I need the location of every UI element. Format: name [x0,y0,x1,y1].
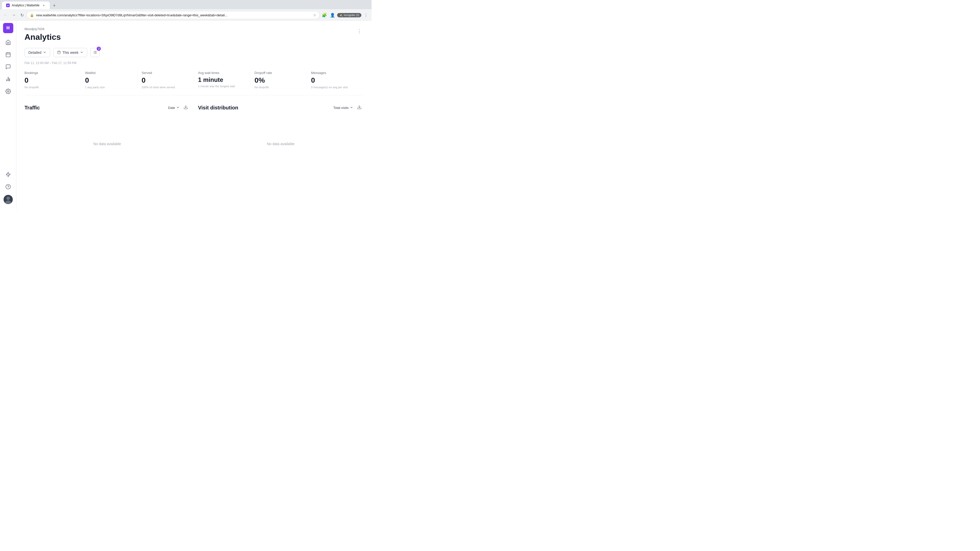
chat-icon [5,64,11,71]
visit-distribution-chart-title: Visit distribution [198,105,238,111]
download-icon [183,105,188,110]
profile-button[interactable]: 👤 [329,11,336,19]
stat-bookings-value: 0 [24,76,76,84]
stat-served-label: Served [142,71,189,75]
lightning-icon [5,171,11,179]
stat-waitlist: Waitlist 0 1 avg party size [81,71,137,89]
filter-icon [93,50,97,55]
stat-waitlist-sub: 1 avg party size [85,86,133,89]
chevron-down-icon [43,51,46,55]
main-content: Moodjoy7434 Analytics ⋮ Detailed [16,21,372,209]
svg-rect-0 [6,52,10,57]
chevron-down-icon [350,106,353,110]
sidebar-item-settings[interactable] [3,86,14,97]
filter-badge: 2 [97,47,101,51]
stat-avg-wait-sub: 1 minute was the longest wait [198,84,246,88]
bookmark-icon: ☆ [313,13,317,17]
visit-distribution-download-button[interactable] [355,103,363,112]
traffic-download-button[interactable] [182,103,190,112]
page-title: Analytics [24,32,61,42]
stat-served-value: 0 [142,76,189,84]
sidebar-item-lightning[interactable] [3,169,14,181]
visit-distribution-no-data: No data available [267,142,294,146]
stat-served: Served 0 100% of visits were served [138,71,194,89]
date-range-dropdown-button[interactable]: This week [53,48,87,57]
stat-bookings-sub: No dropoffs [24,86,76,89]
sidebar: M [0,21,16,209]
lock-icon: 🔒 [30,13,34,17]
stat-dropoff: Dropoff rate 0% No dropoffs [250,71,307,89]
stat-avg-wait-value: 1 minute [198,76,246,83]
tab-title: Analytics | Waitwhile [12,3,40,7]
sidebar-item-avatar[interactable] [3,194,14,205]
stat-avg-wait: Avg wait times 1 minute 1 minute was the… [194,71,250,89]
traffic-date-dropdown[interactable]: Date [168,106,180,110]
sidebar-item-home[interactable] [3,37,14,48]
svg-point-7 [7,91,9,92]
incognito-icon: 🕵 [339,14,343,17]
sidebar-item-calendar[interactable] [3,49,14,61]
stat-served-sub: 100% of visits were served [142,86,189,89]
address-bar-row: ← → ↻ 🔒 ☆ 🧩 👤 🕵 Incognito (2) ⋮ [0,9,372,21]
traffic-chart-controls: Date [168,103,190,112]
view-dropdown-button[interactable]: Detailed [24,48,50,57]
visit-distribution-chart-card: Visit distribution Total visits [198,103,363,172]
visit-distribution-chart-controls: Total visits [333,103,363,112]
traffic-chart-area: No data available [24,116,190,172]
url-input[interactable] [36,13,311,17]
forward-button[interactable]: → [10,11,18,19]
tab-favicon: M [6,3,10,7]
stat-avg-wait-label: Avg wait times [198,71,246,75]
sidebar-item-help[interactable] [3,182,14,193]
chevron-down-icon [80,51,83,55]
tab-close-button[interactable]: ✕ [41,3,46,7]
traffic-chart-header: Traffic Date [24,103,190,112]
download-icon [357,105,362,110]
traffic-no-data: No data available [94,142,121,146]
date-range-text: Feb 11, 12:00 AM – Feb 17, 11:59 PM [24,61,363,65]
user-label: Moodjoy7434 [24,27,61,31]
more-options-button[interactable]: ⋮ [355,27,363,35]
settings-icon [5,89,11,95]
sidebar-item-analytics[interactable] [3,74,14,85]
page-header: Moodjoy7434 Analytics ⋮ [24,27,363,42]
analytics-icon [5,76,11,83]
charts-section: Traffic Date [24,103,363,172]
sidebar-item-chat[interactable] [3,62,14,73]
stat-waitlist-value: 0 [85,76,133,84]
date-range-label: This week [62,51,78,55]
stat-messages-label: Messages [311,71,360,75]
stat-waitlist-label: Waitlist [85,71,133,75]
extensions-button[interactable]: 🧩 [321,11,328,19]
toolbar: Detailed This week [24,48,363,57]
back-button[interactable]: ← [2,11,9,19]
stats-grid: Bookings 0 No dropoffs Waitlist 0 1 avg … [24,71,363,95]
menu-button[interactable]: ⋮ [363,11,369,19]
view-label: Detailed [28,51,41,55]
visit-distribution-metric-dropdown[interactable]: Total visits [333,106,353,110]
calendar-icon [57,51,61,55]
address-bar[interactable]: 🔒 ☆ [27,11,320,19]
more-icon: ⋮ [357,28,362,34]
svg-point-12 [6,197,10,200]
stat-dropoff-value: 0% [255,76,302,84]
help-icon [5,184,11,191]
chevron-down-icon [176,106,180,110]
incognito-badge: 🕵 Incognito (2) [337,13,361,17]
stat-dropoff-label: Dropoff rate [255,71,302,75]
new-tab-button[interactable]: + [51,2,58,9]
visit-distribution-chart-area: No data available [198,116,363,172]
stat-messages: Messages 0 0 message(s) on avg per visit [307,71,363,89]
visit-distribution-chart-header: Visit distribution Total visits [198,103,363,112]
reload-button[interactable]: ↻ [18,11,25,19]
traffic-chart-title: Traffic [24,105,40,111]
stat-messages-sub: 0 message(s) on avg per visit [311,86,360,89]
stat-bookings-label: Bookings [24,71,76,75]
sidebar-logo[interactable]: M [3,23,13,33]
filter-button[interactable]: 2 [90,48,100,57]
traffic-chart-card: Traffic Date [24,103,190,172]
stat-bookings: Bookings 0 No dropoffs [24,71,81,89]
svg-rect-14 [58,51,60,54]
home-icon [5,40,11,46]
active-tab[interactable]: M Analytics | Waitwhile ✕ [2,2,50,9]
